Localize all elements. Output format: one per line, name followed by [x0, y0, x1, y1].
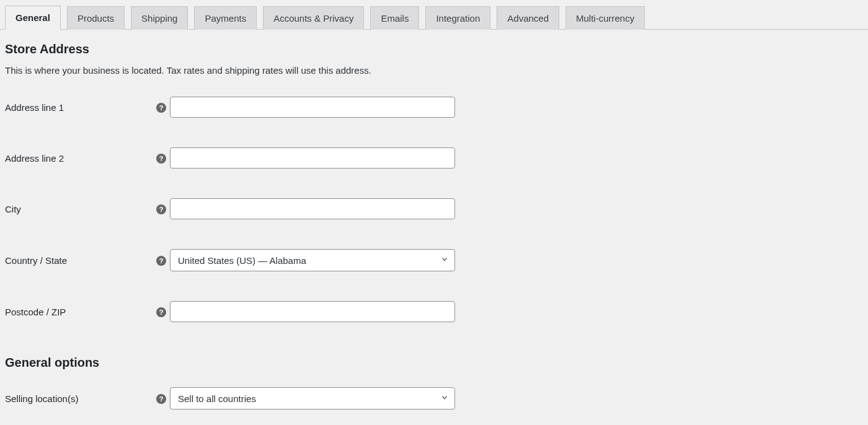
address1-input[interactable]	[170, 97, 455, 118]
help-icon[interactable]: ?	[156, 204, 166, 214]
tab-integration[interactable]: Integration	[425, 6, 490, 30]
help-icon[interactable]: ?	[156, 154, 166, 164]
help-icon[interactable]: ?	[156, 307, 166, 317]
tab-shipping[interactable]: Shipping	[131, 6, 188, 30]
selling-locations-label: Selling location(s)	[5, 372, 154, 424]
selling-locations-select[interactable]: Sell to all countries	[170, 387, 455, 410]
city-label: City	[5, 183, 154, 234]
tab-advanced[interactable]: Advanced	[497, 6, 559, 30]
country-state-value: United States (US) — Alabama	[170, 249, 455, 271]
country-state-select[interactable]: United States (US) — Alabama	[170, 249, 455, 271]
selling-locations-value: Sell to all countries	[170, 387, 455, 410]
postcode-input[interactable]	[170, 301, 455, 322]
address2-input[interactable]	[170, 147, 455, 169]
help-icon[interactable]: ?	[156, 103, 166, 113]
city-input[interactable]	[170, 198, 455, 219]
settings-content: Store Address This is where your busines…	[0, 30, 868, 425]
store-address-heading: Store Address	[5, 42, 863, 56]
store-address-description: This is where your business is located. …	[5, 65, 863, 76]
help-icon[interactable]: ?	[156, 394, 166, 404]
store-address-form: Address line 1 ? Address line 2 ? City	[5, 82, 863, 337]
address1-label: Address line 1	[5, 82, 154, 133]
help-icon[interactable]: ?	[156, 256, 166, 266]
tab-accounts-privacy[interactable]: Accounts & Privacy	[263, 6, 364, 30]
country-state-label: Country / State	[5, 234, 154, 286]
general-options-heading: General options	[5, 356, 863, 370]
tab-products[interactable]: Products	[67, 6, 125, 30]
tab-multi-currency[interactable]: Multi-currency	[565, 6, 645, 30]
general-options-form: Selling location(s) ? Sell to all countr…	[5, 372, 863, 425]
postcode-label: Postcode / ZIP	[5, 286, 154, 337]
tab-emails[interactable]: Emails	[370, 6, 419, 30]
tab-payments[interactable]: Payments	[194, 6, 257, 30]
settings-tabs: General Products Shipping Payments Accou…	[0, 0, 868, 30]
tab-general[interactable]: General	[5, 6, 61, 30]
address2-label: Address line 2	[5, 133, 154, 183]
